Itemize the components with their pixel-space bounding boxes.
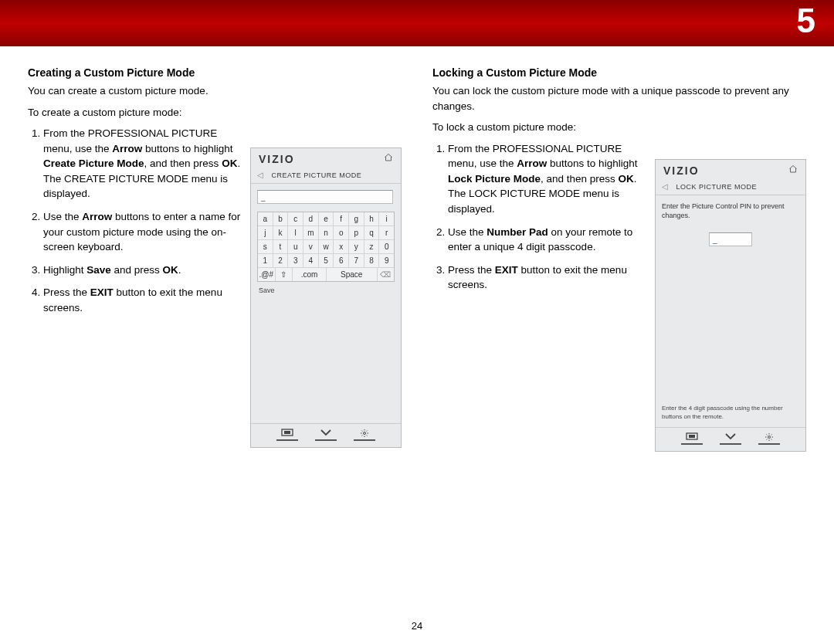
device-lock-picture-mode: VIZIO ◁ LOCK PICTURE MODE Enter the Pict… <box>655 159 806 452</box>
back-chevron-icon[interactable]: ◁ <box>257 171 264 179</box>
key-n[interactable]: n <box>319 226 334 240</box>
key-p[interactable]: p <box>349 226 364 240</box>
key-shift[interactable]: ⇧ <box>276 268 293 281</box>
key-i[interactable]: i <box>379 212 394 226</box>
device-create-picture-mode: VIZIO ◁ CREATE PICTURE MODE _ abcdefghi … <box>250 147 402 448</box>
key-9[interactable]: 9 <box>379 254 394 268</box>
right-intro-1: You can lock the custom picture mode wit… <box>432 83 806 114</box>
left-step-3: Highlight Save and press OK. <box>43 263 247 278</box>
passcode-input[interactable]: _ <box>709 232 752 246</box>
gear-icon[interactable] <box>354 429 375 441</box>
key-u[interactable]: u <box>288 240 303 254</box>
cc-chevron-icon[interactable] <box>315 429 337 441</box>
home-icon[interactable] <box>384 153 395 164</box>
right-intro-2: To lock a custom picture mode: <box>432 120 806 135</box>
key-r[interactable]: r <box>379 226 394 240</box>
key-1[interactable]: 1 <box>258 254 273 268</box>
left-intro-1: You can create a custom picture mode. <box>28 83 402 99</box>
key-y[interactable]: y <box>349 240 364 254</box>
key-j[interactable]: j <box>258 226 273 240</box>
key-4[interactable]: 4 <box>303 254 319 268</box>
svg-point-5 <box>768 436 771 439</box>
key-3[interactable]: 3 <box>288 254 303 268</box>
key-6[interactable]: 6 <box>334 254 349 268</box>
key-g[interactable]: g <box>349 212 364 226</box>
key-x[interactable]: x <box>334 240 349 254</box>
key-0[interactable]: 0 <box>379 240 394 254</box>
svg-rect-4 <box>689 435 695 438</box>
chapter-number: 5 <box>797 2 815 40</box>
left-heading: Creating a Custom Picture Mode <box>28 66 402 79</box>
wide-icon[interactable] <box>276 429 298 441</box>
key-t[interactable]: t <box>273 240 289 254</box>
device-subtitle: CREATE PICTURE MODE <box>272 171 362 179</box>
device-logo: VIZIO <box>251 148 401 168</box>
device-instruction: Enter the Picture Control PIN to prevent… <box>662 202 799 220</box>
key-d[interactable]: d <box>303 212 319 226</box>
key-dotcom[interactable]: .com <box>293 268 327 281</box>
key-8[interactable]: 8 <box>364 254 380 268</box>
right-step-2: Use the Number Pad on your remote to ent… <box>448 225 652 255</box>
device-subtitle: LOCK PICTURE MODE <box>676 183 758 191</box>
key-v[interactable]: v <box>303 240 319 254</box>
back-chevron-icon[interactable]: ◁ <box>662 182 669 191</box>
key-z[interactable]: z <box>364 240 380 254</box>
key-o[interactable]: o <box>334 226 349 240</box>
key-b[interactable]: b <box>273 212 289 226</box>
left-intro-2: To create a custom picture mode: <box>28 105 402 120</box>
key-f[interactable]: f <box>334 212 349 226</box>
device-logo: VIZIO <box>656 160 805 180</box>
device-footer <box>656 427 805 451</box>
left-step-2: Use the Arrow buttons to enter a name fo… <box>43 209 247 255</box>
name-input[interactable]: _ <box>257 190 393 204</box>
device-subtitle-bar: ◁ CREATE PICTURE MODE <box>251 168 401 184</box>
key-c[interactable]: c <box>288 212 303 226</box>
key-e[interactable]: e <box>319 212 334 226</box>
cc-chevron-icon[interactable] <box>720 432 741 445</box>
right-step-1: From the PROFESSIONAL PICTURE menu, use … <box>448 141 652 217</box>
onscreen-keyboard[interactable]: abcdefghi jklmnopqr stuvwxyz0 123456789 … <box>257 212 395 282</box>
device-subtitle-bar: ◁ LOCK PICTURE MODE <box>656 180 805 195</box>
key-m[interactable]: m <box>303 226 319 240</box>
key-l[interactable]: l <box>288 226 303 240</box>
key-symbols[interactable]: .@# <box>258 268 276 281</box>
column-left: Creating a Custom Picture Mode You can c… <box>28 66 402 323</box>
page-number: 24 <box>0 620 834 632</box>
right-step-3: Press the EXIT button to exit the menu s… <box>448 263 652 293</box>
key-k[interactable]: k <box>273 226 289 240</box>
left-step-4: Press the EXIT button to exit the menu s… <box>43 285 247 315</box>
save-button[interactable]: Save <box>257 282 395 294</box>
key-w[interactable]: w <box>319 240 334 254</box>
svg-point-2 <box>364 432 366 435</box>
device-footer <box>251 423 401 447</box>
key-backspace[interactable]: ⌫ <box>378 268 395 281</box>
key-h[interactable]: h <box>364 212 380 226</box>
key-5[interactable]: 5 <box>319 254 334 268</box>
chapter-banner: 5 <box>0 0 834 46</box>
key-space[interactable]: Space <box>327 268 378 281</box>
wide-icon[interactable] <box>681 432 703 445</box>
home-icon[interactable] <box>788 164 799 175</box>
key-a[interactable]: a <box>258 212 273 226</box>
left-step-1: From the PROFESSIONAL PICTURE menu, use … <box>43 126 247 202</box>
key-q[interactable]: q <box>364 226 380 240</box>
right-heading: Locking a Custom Picture Mode <box>432 66 806 79</box>
key-s[interactable]: s <box>258 240 273 254</box>
svg-rect-1 <box>284 431 290 434</box>
key-7[interactable]: 7 <box>349 254 364 268</box>
key-2[interactable]: 2 <box>273 254 289 268</box>
device-hint: Enter the 4 digit passcode using the num… <box>662 405 799 421</box>
gear-icon[interactable] <box>758 432 780 445</box>
column-right: Locking a Custom Picture Mode You can lo… <box>432 66 806 323</box>
